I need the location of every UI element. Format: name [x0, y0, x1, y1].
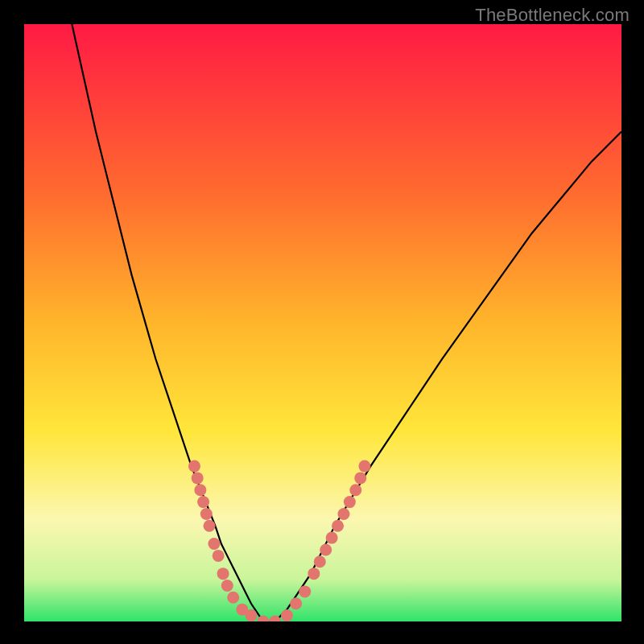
curve-marker	[188, 460, 200, 473]
curve-marker	[314, 555, 326, 568]
chart-frame: TheBottleneck.com	[0, 0, 644, 644]
curve-marker	[326, 532, 338, 544]
curve-marker	[221, 580, 233, 592]
curve-marker	[299, 585, 311, 597]
curve-marker	[281, 609, 293, 621]
curve-marker	[200, 508, 213, 520]
curve-marker	[217, 568, 229, 580]
curve-marker	[320, 543, 332, 555]
curve-marker	[358, 460, 370, 473]
curve-marker	[354, 472, 366, 484]
curve-marker	[308, 568, 320, 580]
curve-marker	[332, 520, 344, 532]
curve-marker	[208, 538, 220, 550]
curve-marker	[245, 609, 257, 621]
plot-area	[24, 24, 621, 621]
gradient-bg	[24, 24, 621, 621]
curve-marker	[197, 496, 209, 508]
curve-marker	[204, 520, 216, 532]
watermark-label: TheBottleneck.com	[475, 5, 630, 26]
curve-marker	[227, 592, 239, 604]
curve-marker	[290, 597, 302, 609]
curve-marker	[213, 550, 225, 562]
curve-marker	[194, 484, 206, 496]
curve-marker	[337, 508, 349, 520]
curve-marker	[192, 472, 204, 484]
curve-marker	[344, 496, 356, 508]
curve-marker	[349, 484, 361, 496]
chart-svg	[24, 24, 621, 621]
